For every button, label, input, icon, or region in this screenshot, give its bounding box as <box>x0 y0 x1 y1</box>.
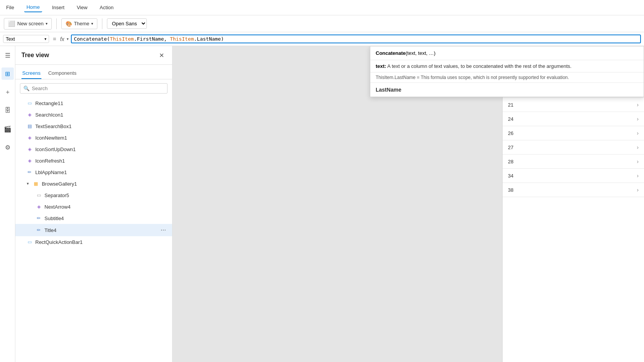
tree-item-iconnewitem1[interactable]: ◈ IconNewItem1 <box>15 132 172 143</box>
formula-input-area[interactable]: Concatenate(ThisItem.FirstName, ThisItem… <box>71 35 641 43</box>
menu-view[interactable]: View <box>74 3 90 12</box>
item-label: IconNewItem1 <box>35 135 168 141</box>
tab-screens[interactable]: Screens <box>21 68 41 79</box>
row-number: 38 <box>508 187 637 193</box>
menu-file[interactable]: File <box>4 3 16 12</box>
row-arrow-icon: › <box>637 187 639 193</box>
autocomplete-desc: text: A text or a column of text values,… <box>370 60 644 72</box>
row-number: 34 <box>508 173 637 179</box>
item-label: TextSearchBox1 <box>35 123 168 129</box>
item-label: Separator5 <box>44 193 168 198</box>
separator-icon: ▭ <box>35 192 42 199</box>
row-number: 28 <box>508 159 637 165</box>
item-label: BrowseGallery1 <box>42 181 168 187</box>
menu-insert[interactable]: Insert <box>50 3 67 12</box>
search-icon: 🔍 <box>23 86 30 91</box>
sidebar-settings-icon[interactable]: ⚙ <box>2 141 14 153</box>
sidebar-icons: ☰ ⊞ ＋ 🗄 🎬 ⚙ <box>0 46 15 362</box>
tree-item-subtitle4[interactable]: ✏ Subtitle4 <box>15 212 172 224</box>
gallery-row-item[interactable]: 26 › <box>503 126 644 140</box>
sidebar-hamburger-icon[interactable]: ☰ <box>2 49 14 61</box>
textbox-icon: ▤ <box>26 123 33 130</box>
sidebar-layers-icon[interactable]: ⊞ <box>2 67 14 80</box>
item-label: IconSortUpDown1 <box>35 146 168 152</box>
gallery-row-item[interactable]: 24 › <box>503 112 644 126</box>
new-screen-label: New screen <box>17 21 44 26</box>
tree-item-iconrefresh1[interactable]: ◈ IconRefresh1 <box>15 155 172 166</box>
scope-warning: ThisItem.LastName = This formula uses sc… <box>370 72 644 83</box>
row-number: 26 <box>508 130 637 136</box>
component-icon: ◈ <box>35 203 42 210</box>
item-label: SearchIcon1 <box>35 112 168 118</box>
fx-icon: fx <box>60 36 64 42</box>
tree-item-rectquickactionbar1[interactable]: ▭ RectQuickActionBar1 <box>15 236 172 248</box>
toolbar-separator-1 <box>56 18 57 29</box>
gallery-row-item[interactable]: 21 › <box>503 98 644 112</box>
more-options-button[interactable]: ⋯ <box>159 226 168 234</box>
item-label: Subtitle4 <box>44 216 168 221</box>
gallery-rows: 12 › 21 › 24 › 26 › 27 › 28 › 34 › 38 › <box>503 84 644 197</box>
property-selector[interactable]: Text ▾ <box>3 35 49 43</box>
gallery-row-item[interactable]: 34 › <box>503 169 644 183</box>
tree-item-nextarrow4[interactable]: ◈ NextArrow4 <box>15 201 172 212</box>
sidebar-add-icon[interactable]: ＋ <box>2 86 14 98</box>
label-icon: ✏ <box>35 227 42 234</box>
theme-chevron-icon: ▾ <box>91 21 93 26</box>
row-number: 24 <box>508 116 637 122</box>
equals-sign: = <box>51 36 58 42</box>
new-screen-chevron-icon: ▾ <box>46 21 48 26</box>
item-label: LblAppName1 <box>35 169 168 175</box>
label-icon: ✏ <box>35 215 42 222</box>
item-label: Rectangle11 <box>35 100 168 106</box>
item-label: IconRefresh1 <box>35 158 168 164</box>
item-label: RectQuickActionBar1 <box>35 239 168 245</box>
tree-header: Tree view ✕ <box>15 46 172 65</box>
tree-item-separator5[interactable]: ▭ Separator5 <box>15 189 172 201</box>
tree-item-title4[interactable]: ✏ Title4 ⋯ <box>15 224 172 236</box>
formula-bar: Text ▾ = fx ▾ Concatenate(ThisItem.First… <box>0 32 644 46</box>
theme-label: Theme <box>74 21 89 26</box>
row-arrow-icon: › <box>637 116 639 122</box>
formula-text: Concatenate(ThisItem.FirstName, ThisItem… <box>74 36 224 42</box>
item-label: NextArrow4 <box>44 204 168 210</box>
autocomplete-popup: Concatenate(text, text, …) text: A text … <box>370 46 644 97</box>
gallery-row-item[interactable]: 27 › <box>503 140 644 155</box>
font-selector[interactable]: Open Sans <box>107 18 147 29</box>
tree-item-rectangle11[interactable]: ▭ Rectangle11 <box>15 97 172 109</box>
tree-item-searchicon1[interactable]: ◈ SearchIcon1 <box>15 109 172 120</box>
search-input[interactable] <box>32 86 164 91</box>
tab-components[interactable]: Components <box>48 68 77 79</box>
tree-item-textsearchbox1[interactable]: ▤ TextSearchBox1 <box>15 120 172 132</box>
theme-button[interactable]: 🎨 Theme ▾ <box>61 18 97 29</box>
sidebar-media-icon[interactable]: 🎬 <box>2 123 14 135</box>
tree-item-iconsortupdown1[interactable]: ◈ IconSortUpDown1 <box>15 143 172 155</box>
menu-bar: File Home Insert View Action <box>0 0 644 15</box>
lastname-label: LastName <box>370 83 644 97</box>
fx-dropdown-icon[interactable]: ▾ <box>67 37 69 41</box>
tree-close-button[interactable]: ✕ <box>157 51 166 60</box>
tree-tabs: Screens Components <box>15 65 172 79</box>
property-chevron-icon: ▾ <box>44 37 46 41</box>
tree-item-browsegallery1[interactable]: ▼ ▦ BrowseGallery1 <box>15 178 172 189</box>
func-name: Concatenate <box>376 50 406 56</box>
menu-home[interactable]: Home <box>24 3 42 12</box>
component-icon: ◈ <box>26 111 33 118</box>
menu-action[interactable]: Action <box>97 3 116 12</box>
param-name: text: <box>376 63 386 69</box>
tree-items: ▭ Rectangle11 ◈ SearchIcon1 ▤ TextSearch… <box>15 97 172 362</box>
param-desc: A text or a column of text values, to be… <box>386 63 571 69</box>
toolbar: ⬜ New screen ▾ 🎨 Theme ▾ Open Sans <box>0 15 644 32</box>
main-layout: ☰ ⊞ ＋ 🗄 🎬 ⚙ Tree view ✕ Screens Componen… <box>0 46 644 362</box>
property-label: Text <box>6 36 15 42</box>
gallery-row-item[interactable]: 38 › <box>503 183 644 197</box>
sidebar-data-icon[interactable]: 🗄 <box>2 104 14 117</box>
tree-item-lblappname1[interactable]: ✏ LblAppName1 <box>15 166 172 178</box>
component-icon: ◈ <box>26 157 33 164</box>
collapse-icon: ▼ <box>26 182 30 186</box>
row-arrow-icon: › <box>637 144 639 150</box>
new-screen-button[interactable]: ⬜ New screen ▾ <box>4 18 52 30</box>
tree-search-box[interactable]: 🔍 <box>20 83 168 94</box>
row-arrow-icon: › <box>637 158 639 165</box>
gallery-row-item[interactable]: 28 › <box>503 155 644 169</box>
tree-title: Tree view <box>21 52 49 59</box>
